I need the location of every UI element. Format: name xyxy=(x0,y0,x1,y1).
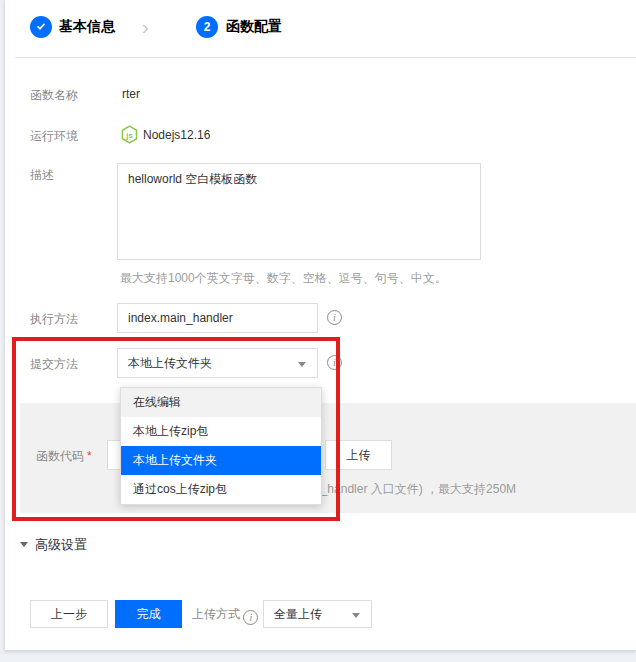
upload-mode-info-icon[interactable]: i xyxy=(243,610,258,625)
handler-info-icon[interactable]: i xyxy=(327,310,342,325)
runtime-value: Nodejs12.16 xyxy=(143,128,210,142)
description-textarea[interactable]: helloworld 空白模板函数 xyxy=(117,163,481,260)
submit-method-info-icon[interactable]: i xyxy=(327,355,342,370)
header-divider xyxy=(15,57,636,58)
advanced-settings-toggle[interactable]: 高级设置 xyxy=(20,536,87,554)
function-config-page: 基本信息 › 2 函数配置 函数名称 rter 运行环境 js Nodejs12… xyxy=(0,0,636,662)
chevron-right-icon: › xyxy=(142,17,149,37)
step-function-config: 2 函数配置 xyxy=(196,16,282,38)
chevron-down-icon xyxy=(298,362,306,367)
function-code-label: 函数代码* xyxy=(36,448,92,465)
handler-label: 执行方法 xyxy=(30,311,78,328)
description-label: 描述 xyxy=(30,167,54,184)
upload-button[interactable]: 上传 xyxy=(325,440,392,470)
advanced-settings-label: 高级设置 xyxy=(35,537,87,552)
submit-method-value: 本地上传文件夹 xyxy=(128,356,212,370)
previous-step-button[interactable]: 上一步 xyxy=(30,600,108,628)
runtime-label: 运行环境 xyxy=(30,128,78,145)
function-name-label: 函数名称 xyxy=(30,87,78,104)
content-card xyxy=(4,0,636,651)
submit-method-label: 提交方法 xyxy=(30,356,78,373)
required-asterisk: * xyxy=(87,449,92,463)
step2-number-circle: 2 xyxy=(196,16,218,38)
chevron-down-icon xyxy=(352,613,360,618)
menu-item-online-edit[interactable]: 在线编辑 xyxy=(121,388,321,417)
submit-method-select[interactable]: 本地上传文件夹 xyxy=(117,348,318,378)
nodejs-icon: js xyxy=(121,125,138,147)
submit-method-dropdown: 在线编辑 本地上传zip包 本地上传文件夹 通过cos上传zip包 xyxy=(120,387,322,505)
step1-label: 基本信息 xyxy=(59,18,115,36)
upload-mode-select[interactable]: 全量上传 xyxy=(263,600,372,628)
triangle-down-icon xyxy=(20,542,28,547)
step2-label: 函数配置 xyxy=(226,18,282,36)
finish-button[interactable]: 完成 xyxy=(115,600,182,628)
upload-mode-label: 上传方式 xyxy=(192,607,240,621)
menu-item-local-zip[interactable]: 本地上传zip包 xyxy=(121,417,321,446)
upload-mode-row: 上传方式 i xyxy=(192,606,258,625)
step1-check-circle xyxy=(30,16,52,38)
function-name-value: rter xyxy=(122,87,140,101)
menu-item-cos-zip[interactable]: 通过cos上传zip包 xyxy=(121,475,321,504)
description-hint: 最大支持1000个英文字母、数字、空格、逗号、句号、中文。 xyxy=(120,270,447,287)
handler-input[interactable] xyxy=(117,303,318,333)
svg-text:js: js xyxy=(125,131,132,140)
check-icon xyxy=(35,20,47,34)
upload-mode-value: 全量上传 xyxy=(274,607,322,621)
step-basic-info[interactable]: 基本信息 xyxy=(30,16,115,38)
menu-item-local-folder[interactable]: 本地上传文件夹 xyxy=(121,446,321,475)
